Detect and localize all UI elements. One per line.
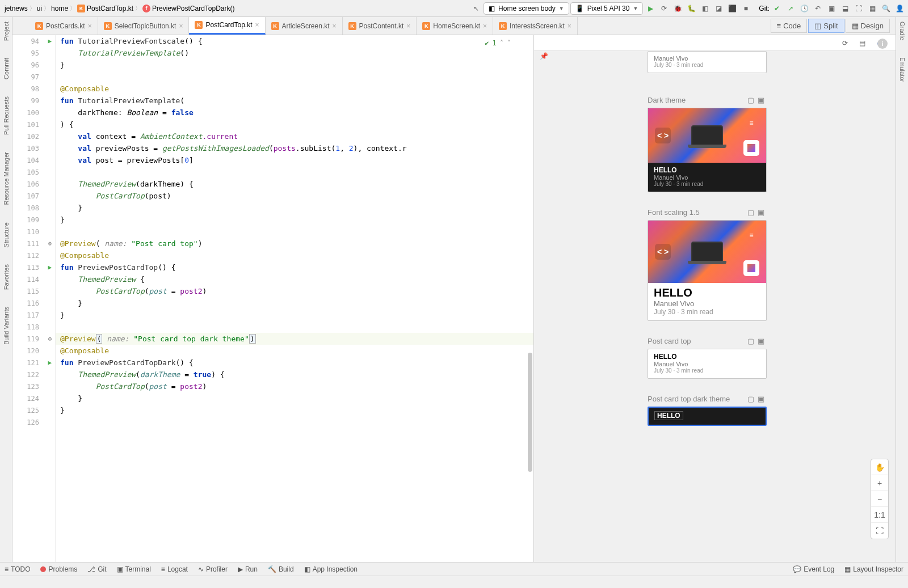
tool-gradle[interactable]: Gradle xyxy=(899,22,906,40)
mode-code[interactable]: ≡Code xyxy=(771,19,808,33)
file-tab[interactable]: KPostContent.kt× xyxy=(343,17,417,35)
preview-card-font[interactable]: < > ≡ HELLO Manuel Vivo July 30 · 3 min xyxy=(648,220,767,321)
info-icon[interactable]: i xyxy=(877,39,888,49)
device-icon[interactable]: ▢ xyxy=(747,96,754,104)
preview-label-dark2: Post card top dark theme xyxy=(648,395,730,403)
git-rollback-icon[interactable]: ↶ xyxy=(812,2,824,15)
tool-build[interactable]: 🔨 Build xyxy=(268,565,294,573)
tool-project[interactable]: Project xyxy=(3,22,10,41)
profile-icon[interactable]: ◧ xyxy=(699,2,711,15)
tool-pull-requests[interactable]: Pull Requests xyxy=(3,96,10,135)
compose-preview-pane: ⟳ ▤ ◆ i 📌 Manuel Vivo July 30 · 3 mi xyxy=(533,35,896,562)
run-config-dropdown[interactable]: ◧Home screen body▼ xyxy=(484,2,569,15)
stop-icon[interactable]: ⬛ xyxy=(726,2,738,15)
tool-run[interactable]: ▶ Run xyxy=(238,565,258,573)
tool-event-log[interactable]: 💬 Event Log xyxy=(793,565,834,573)
preview-card-top[interactable]: HELLO Manuel Vivo July 30 · 3 min read xyxy=(648,349,767,379)
breadcrumb[interactable]: jetnews〉 ui〉 home〉 KPostCardTop.kt〉 fPre… xyxy=(2,3,237,14)
zoom-controls: ✋ + − 1:1 ⛶ xyxy=(871,459,889,539)
tool-app-inspection[interactable]: ◧ App Inspection xyxy=(304,565,358,573)
hamburger-icon: ≡ xyxy=(743,115,759,131)
code-brackets-icon: < > xyxy=(655,128,671,143)
back-icon[interactable]: ↖ xyxy=(470,2,482,15)
apply-changes-icon[interactable]: ⟳ xyxy=(658,2,670,15)
left-tool-sidebar: Project Commit Pull Requests Resource Ma… xyxy=(0,17,12,562)
git-push-icon[interactable]: ↗ xyxy=(784,2,797,15)
tool-todo[interactable]: ≡ TODO xyxy=(5,565,30,573)
tool-git[interactable]: ⎇ Git xyxy=(87,565,106,573)
zoom-in-icon[interactable]: + xyxy=(871,475,888,491)
close-icon[interactable]: × xyxy=(255,21,259,29)
close-icon[interactable]: × xyxy=(179,22,183,30)
git-commit-icon[interactable]: ✔ xyxy=(771,2,783,15)
zoom-out-icon[interactable]: − xyxy=(871,491,888,507)
tool-favorites[interactable]: Favorites xyxy=(3,264,10,290)
tool-commit[interactable]: Commit xyxy=(3,58,10,79)
pan-icon[interactable]: ✋ xyxy=(871,459,888,475)
preview-card-dark2[interactable]: HELLO xyxy=(648,407,767,426)
file-tab[interactable]: KHomeScreen.kt× xyxy=(417,17,493,35)
scrollbar-thumb[interactable] xyxy=(528,353,532,472)
stop2-icon[interactable]: ■ xyxy=(739,2,752,15)
attach-icon[interactable]: ◪ xyxy=(712,2,725,15)
close-icon[interactable]: × xyxy=(333,22,337,30)
bottom-tool-bar: ≡ TODO Problems ⎇ Git ▣ Terminal ≡ Logca… xyxy=(0,562,908,576)
preview-layout-icon[interactable]: ▤ xyxy=(856,37,868,49)
capture-icon[interactable]: ▦ xyxy=(866,2,878,15)
close-icon[interactable]: × xyxy=(483,22,487,30)
tool-terminal[interactable]: ▣ Terminal xyxy=(117,565,151,573)
settings-icon[interactable]: 👤 xyxy=(893,2,906,15)
close-icon[interactable]: × xyxy=(406,22,410,30)
git-label: Git: xyxy=(759,5,770,12)
editor-gutter: 94▶9596979899100101102103104105106107108… xyxy=(12,35,56,562)
preview-card-dark[interactable]: < > ≡ HELLO Manuel Vivo July 30 · 3 min xyxy=(648,108,767,192)
problems-badge[interactable]: ✔ 1 ˄ ˅ xyxy=(485,37,511,49)
close-icon[interactable]: × xyxy=(568,22,571,30)
search-icon[interactable]: 🔍 xyxy=(880,2,892,15)
tool-profiler[interactable]: ∿ Profiler xyxy=(198,565,228,573)
file-tab[interactable]: KSelectTopicButton.kt× xyxy=(98,17,190,35)
top-toolbar: jetnews〉 ui〉 home〉 KPostCardTop.kt〉 fPre… xyxy=(0,0,908,17)
tool-build-variants[interactable]: Build Variants xyxy=(3,307,10,345)
zoom-ratio[interactable]: 1:1 xyxy=(871,507,888,523)
tool-structure[interactable]: Structure xyxy=(3,222,10,248)
code-editor[interactable]: ✔ 1 ˄ ˅ fun TutorialPreviewFontscale() {… xyxy=(56,35,533,562)
status-bar xyxy=(0,576,908,588)
right-tool-sidebar: Gradle Emulator xyxy=(896,17,908,562)
file-tab[interactable]: KInterestsScreen.kt× xyxy=(493,17,578,35)
close-icon[interactable]: × xyxy=(88,22,92,30)
preview-label-top: Post card top xyxy=(648,337,691,345)
tool-layout-inspector[interactable]: ▦ Layout Inspector xyxy=(844,565,903,573)
debug-icon[interactable]: 🐞 xyxy=(671,2,684,15)
device-dropdown[interactable]: 📱Pixel 5 API 30▼ xyxy=(570,2,644,15)
mode-design[interactable]: ▦Design xyxy=(846,19,890,33)
run-icon[interactable]: ▶ xyxy=(644,2,657,15)
tool-logcat[interactable]: ≡ Logcat xyxy=(161,565,188,573)
tool-resource-manager[interactable]: Resource Manager xyxy=(3,152,10,205)
file-tab[interactable]: KArticleScreen.kt× xyxy=(266,17,343,35)
avd-icon[interactable]: ▣ xyxy=(825,2,838,15)
coverage-icon[interactable]: 🐛 xyxy=(685,2,697,15)
file-tab-bar: KPostCards.kt×KSelectTopicButton.kt×KPos… xyxy=(12,17,896,35)
sdk-icon[interactable]: ⬓ xyxy=(839,2,851,15)
tool-problems[interactable]: Problems xyxy=(40,565,77,573)
git-history-icon[interactable]: 🕓 xyxy=(798,2,810,15)
tool-emulator[interactable]: Emulator xyxy=(899,57,906,82)
file-tab[interactable]: KPostCardTop.kt× xyxy=(189,17,265,35)
preview-label-dark: Dark theme xyxy=(648,96,686,104)
refresh-icon[interactable]: ⟳ xyxy=(839,37,851,49)
sync-icon[interactable]: ⛶ xyxy=(852,2,865,15)
preview-label-font: Font scaling 1.5 xyxy=(648,208,700,217)
file-tab[interactable]: KPostCards.kt× xyxy=(30,17,98,35)
zoom-fit-icon[interactable]: ⛶ xyxy=(871,523,888,539)
preview-card-stub[interactable]: Manuel Vivo July 30 · 3 min read xyxy=(648,51,767,73)
mode-split[interactable]: ◫Split xyxy=(808,19,844,33)
kotlin-logo-icon xyxy=(743,140,759,156)
deploy-icon[interactable]: ▣ xyxy=(758,96,764,104)
